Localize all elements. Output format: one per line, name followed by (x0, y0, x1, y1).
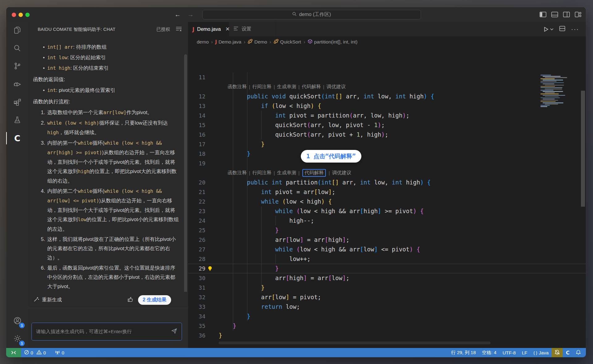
comate-status[interactable]: C (563, 348, 573, 357)
code-line[interactable]: 19 (188, 159, 586, 168)
codelens-separator: | (271, 84, 277, 90)
code-line[interactable]: 35 } (188, 321, 586, 331)
cursor-position[interactable]: 行 29, 列 18 (448, 348, 479, 357)
codelens-action[interactable]: 函数注释 (228, 84, 247, 90)
sidebar-item-explorer[interactable] (6, 22, 28, 40)
sidebar-item-extensions[interactable] (6, 93, 28, 111)
eol-status[interactable]: LF (519, 348, 531, 357)
code-line[interactable]: 21 int pivot = arr[low]; (188, 187, 586, 197)
code-line[interactable]: 26 arr[low] = arr[high]; (188, 235, 586, 245)
indentation-status[interactable]: 空格: 4 (479, 348, 500, 357)
forward-icon[interactable]: → (187, 11, 194, 18)
remote-indicator[interactable] (6, 348, 21, 357)
sidebar-item-testing[interactable] (6, 111, 28, 129)
clear-chat-icon[interactable] (176, 27, 182, 32)
codelens-action[interactable]: 行间注释 (252, 84, 271, 90)
accounts-button[interactable]: 1 (6, 312, 28, 330)
ports-status[interactable]: 0 (52, 348, 67, 357)
minimap[interactable] (540, 75, 574, 107)
language-mode[interactable]: { } Java (530, 348, 552, 357)
problems-status[interactable]: 0 0 (21, 348, 49, 357)
code-line[interactable]: 12 public void quickSort(int[] arr, int … (188, 92, 586, 101)
breadcrumb-class-demo[interactable]: Demo (248, 39, 267, 45)
code-line[interactable]: 14 int pivot = partition(arr, low, high)… (188, 111, 586, 120)
sidebar-item-comate[interactable]: C (6, 129, 28, 147)
codelens-action[interactable]: 调优建议 (332, 170, 351, 176)
thumbs-up-icon[interactable] (127, 296, 134, 304)
line-number: 35 (188, 323, 205, 329)
result-count-badge[interactable]: 2 生成结果 (138, 295, 171, 305)
do-not-disturb-toggle[interactable] (552, 348, 563, 357)
codelens-action[interactable]: 函数注释 (228, 170, 247, 176)
breadcrumb-method-partition[interactable]: partition(int[], int, int) (308, 39, 357, 45)
code-line[interactable]: 25 } (188, 225, 586, 235)
breadcrumb-file[interactable]: J Demo.java (215, 39, 242, 45)
toggle-primary-sidebar-icon[interactable] (540, 12, 546, 17)
command-center-search[interactable]: demo (工作区) (202, 10, 421, 19)
notifications-bell[interactable] (573, 348, 584, 357)
editor-horizontal-scrollbar[interactable] (219, 341, 490, 344)
gutter (205, 139, 219, 149)
code-line[interactable]: 29 } (188, 264, 586, 273)
codelens-action[interactable]: 调优建议 (326, 84, 346, 90)
minimize-window-button[interactable] (19, 13, 23, 17)
code-line[interactable]: 18 } (188, 149, 586, 159)
code-text: while (low < high && arr[high] >= pivot)… (219, 206, 424, 216)
lightbulb-icon[interactable] (207, 266, 213, 273)
send-icon[interactable] (171, 328, 177, 335)
code-line[interactable]: 22 while (low < high) { (188, 197, 586, 206)
sidebar-item-source-control[interactable] (6, 58, 28, 76)
codelens-action-highlighted[interactable]: 代码解释 (302, 169, 326, 177)
more-actions-icon[interactable]: ··· (571, 26, 579, 33)
breadcrumb-class-quicksort[interactable]: QuickSort (274, 39, 301, 45)
run-button[interactable] (543, 27, 553, 32)
code-line[interactable]: 20 public int partition(int[] arr, int l… (188, 178, 586, 187)
split-editor-icon[interactable] (559, 26, 565, 32)
auth-status-label[interactable]: 已授权 (156, 27, 170, 32)
editor-vertical-scrollbar[interactable] (581, 91, 585, 207)
code-line[interactable]: 17 } (188, 139, 586, 149)
line-number: 21 (188, 189, 205, 195)
code-line[interactable]: 11 (188, 72, 586, 82)
settings-button[interactable]: 1 (6, 330, 28, 348)
method-symbol-icon (308, 39, 313, 45)
tab-settings[interactable]: 设置 (229, 22, 276, 36)
close-window-button[interactable] (12, 13, 16, 17)
codelens-action[interactable]: 代码解释 (302, 84, 321, 90)
gutter (205, 283, 219, 292)
toggle-secondary-sidebar-icon[interactable] (563, 12, 570, 17)
chat-input-area: 请输入描述来生成代码，可通过⌘+Enter换行 (28, 308, 188, 348)
codelens-row: 函数注释|行间注释|生成单测|代码解释|调优建议 (188, 168, 586, 178)
encoding-status[interactable]: UTF-8 (499, 348, 519, 357)
customize-layout-icon[interactable] (575, 12, 582, 17)
chat-input[interactable]: 请输入描述来生成代码，可通过⌘+Enter换行 (32, 323, 182, 341)
sidebar-item-search[interactable] (6, 40, 28, 58)
code-line[interactable]: 13 if (low < high) { (188, 101, 586, 111)
zoom-window-button[interactable] (25, 13, 30, 17)
code-line[interactable]: 31 } (188, 283, 586, 292)
code-line[interactable]: 15 quickSort(arr, low, pivot - 1); (188, 120, 586, 130)
code-line[interactable]: 30 arr[high] = arr[low]; (188, 273, 586, 283)
code-line[interactable]: 28 low++; (188, 254, 586, 264)
code-line[interactable]: 23 while (low < high && arr[high] >= piv… (188, 206, 586, 216)
code-line[interactable]: 24 high--; (188, 216, 586, 225)
regenerate-button[interactable]: 重新生成 (33, 296, 62, 304)
code-line[interactable]: 16 quickSort(arr, pivot + 1, high); (188, 130, 586, 139)
tab-demo-java[interactable]: J Demo.java ✕ (188, 22, 229, 36)
bell-icon (576, 350, 581, 356)
code-editor[interactable]: 11函数注释|行间注释|生成单测|代码解释|调优建议12 public void… (188, 47, 586, 348)
code-line[interactable]: 36} (188, 331, 586, 340)
code-line[interactable]: 33 return low; (188, 302, 586, 312)
code-line[interactable]: 34 } (188, 312, 586, 321)
codelens-action[interactable]: 生成单测 (277, 170, 296, 176)
code-text: arr[low] = arr[high]; (219, 235, 349, 245)
code-line[interactable]: 32 arr[low] = pivot; (188, 292, 586, 302)
codelens-action[interactable]: 生成单测 (277, 84, 296, 90)
code-line[interactable]: 27 while (low < high && arr[low] <= pivo… (188, 245, 586, 254)
chat-scrollbar[interactable] (184, 54, 187, 292)
codelens-action[interactable]: 行间注释 (252, 170, 271, 176)
back-icon[interactable]: ← (175, 11, 181, 18)
breadcrumb-folder[interactable]: demo (197, 39, 209, 45)
toggle-panel-icon[interactable] (551, 12, 558, 17)
sidebar-item-run-debug[interactable] (6, 76, 28, 93)
